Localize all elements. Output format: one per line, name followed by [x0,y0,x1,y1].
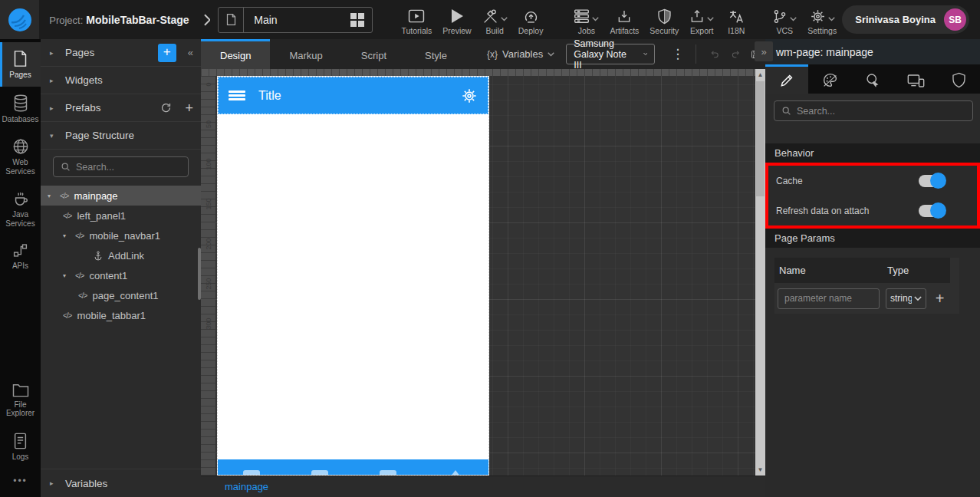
tree-item-content1[interactable]: ▾ </> content1 [41,265,201,285]
mobile-navbar-widget[interactable]: Title [218,77,488,114]
shield-icon [657,8,672,25]
caret-down-icon[interactable]: ▾ [63,272,75,279]
caret-down-icon[interactable]: ▾ [63,232,75,239]
canvas-scrollbar-thumb[interactable] [756,81,765,196]
cursor-click-icon [865,72,881,88]
gear-icon [810,8,826,25]
tabbar-icon-stub [311,470,328,475]
sidebar-item-java-services[interactable]: Java Services [0,183,41,235]
globe-icon [12,138,29,155]
code-widget-icon: </> [75,272,84,280]
tab-markup[interactable]: Markup [270,39,341,69]
tree-item-addlink[interactable]: AddLink [41,245,201,265]
device-selector[interactable]: Samsung Galaxy Note III [566,44,655,64]
tree-item-mobile-navbar1[interactable]: ▾ </> mobile_navbar1 [41,225,201,245]
caret-down-icon[interactable]: ▾ [48,193,60,199]
tree-item-page-content1[interactable]: </> page_content1 [41,285,201,305]
topbar-actions: Tutorials Preview Build Deploy [396,4,842,35]
wavemaker-logo-icon [7,7,33,33]
more-menu-icon[interactable]: ⋮ [668,46,687,62]
tab-script[interactable]: Script [342,39,406,69]
security-button[interactable]: Security [644,4,684,35]
tab-security[interactable] [937,64,980,94]
chevron-down-icon [643,51,648,57]
tree-item-mobile-tabbar1[interactable]: </> mobile_tabbar1 [41,305,201,325]
structure-search-input[interactable] [76,162,181,173]
tab-events[interactable] [851,64,894,94]
tutorials-button[interactable]: Tutorials [396,4,437,35]
tree-item-left-panel1[interactable]: </> left_panel1 [41,206,201,225]
add-param-button[interactable]: + [929,283,950,314]
section-page-structure[interactable]: ▾ Page Structure [41,122,201,150]
hamburger-menu-icon[interactable] [229,89,245,102]
param-type-select[interactable]: string [886,288,926,309]
sidebar-item-pages[interactable]: Pages [0,42,41,87]
preview-button[interactable]: Preview [437,4,476,35]
page-selector[interactable]: Main [218,7,373,33]
build-button[interactable]: Build [477,4,513,35]
add-prefab-icon[interactable]: + [185,101,193,115]
activity-spacer [0,278,41,375]
sidebar-item-databases[interactable]: Databases [0,87,41,131]
phone-preview[interactable]: Title [217,76,489,476]
refresh-data-toggle[interactable] [919,205,945,217]
collapse-panel-icon[interactable]: « [188,47,193,58]
sidebar-item-file-explorer[interactable]: File Explorer [0,375,41,425]
activity-bar: Pages Databases Web Services Java Servic… [0,39,41,497]
sidebar-item-apis[interactable]: APIs [0,235,41,278]
breadcrumb-chevron-icon[interactable] [203,14,211,26]
highlight-annotation-box: Cache Refresh data on attach [765,163,980,229]
tab-design[interactable]: Design [201,39,270,69]
behavior-section-header[interactable]: Behavior [765,143,980,163]
cache-toggle[interactable] [919,175,945,187]
more-options-icon[interactable]: ••• [0,468,41,497]
deploy-button[interactable]: Deploy [513,4,549,35]
settings-button[interactable]: Settings [802,4,842,35]
chevron-down-icon [790,17,797,21]
editor-area: Design Markup Script Style {x} Variables… [201,39,765,497]
selected-widget-title: wm-page: mainpage [776,46,873,58]
section-pages[interactable]: ▸ Pages + « [41,39,201,67]
section-widgets[interactable]: ▸ Widgets [41,67,201,94]
translate-icon [728,8,745,25]
mobile-tabbar-widget[interactable] [218,459,488,475]
grid-icon[interactable] [350,13,364,27]
i18n-button[interactable]: I18N [719,4,753,35]
tab-properties[interactable] [765,64,808,94]
user-menu[interactable]: Srinivasa Boyina SB [842,5,969,34]
code-widget-icon: </> [60,192,68,200]
refresh-data-property-row: Refresh data on attach [768,196,977,225]
top-bar: Project:MobileTabBar-Stage Main Tutorial… [0,0,980,39]
export-button[interactable]: Export [684,4,719,35]
artifacts-button[interactable]: Artifacts [604,4,644,35]
page-tab-mainpage[interactable]: mainpage [225,481,268,492]
sidebar-item-logs[interactable]: Logs [0,425,41,469]
scroll-down-icon[interactable]: ▼ [758,464,764,476]
tab-devices[interactable] [894,64,937,94]
undo-icon[interactable] [710,46,720,62]
chevron-down-icon [548,52,554,57]
section-prefabs[interactable]: ▸ Prefabs + [41,94,201,122]
shield-outline-icon [952,72,966,88]
properties-search-input[interactable] [797,106,965,117]
explorer-scrollbar-thumb[interactable] [198,248,201,300]
navbar-gear-icon[interactable] [461,87,478,104]
jobs-button[interactable]: Jobs [568,4,604,35]
variables-dropdown[interactable]: {x} Variables [487,39,554,69]
page-params-section-header[interactable]: Page Params [765,229,980,248]
add-page-button[interactable]: + [158,44,176,62]
scroll-up-icon[interactable]: ▲ [758,69,764,81]
expand-panel-icon[interactable]: » [755,41,773,61]
tab-styles[interactable] [808,64,851,94]
vcs-button[interactable]: VCS [767,4,802,35]
tree-item-mainpage[interactable]: ▾ </> mainpage [41,186,201,206]
app-logo[interactable] [0,0,39,39]
section-variables[interactable]: ▸ Variables [41,469,201,497]
param-name-input[interactable] [778,288,880,309]
redo-icon[interactable] [731,46,741,62]
refresh-icon[interactable] [160,102,172,114]
upload-icon [689,8,705,25]
navbar-title[interactable]: Title [258,89,281,103]
sidebar-item-web-services[interactable]: Web Services [0,130,41,183]
tab-style[interactable]: Style [406,39,466,69]
